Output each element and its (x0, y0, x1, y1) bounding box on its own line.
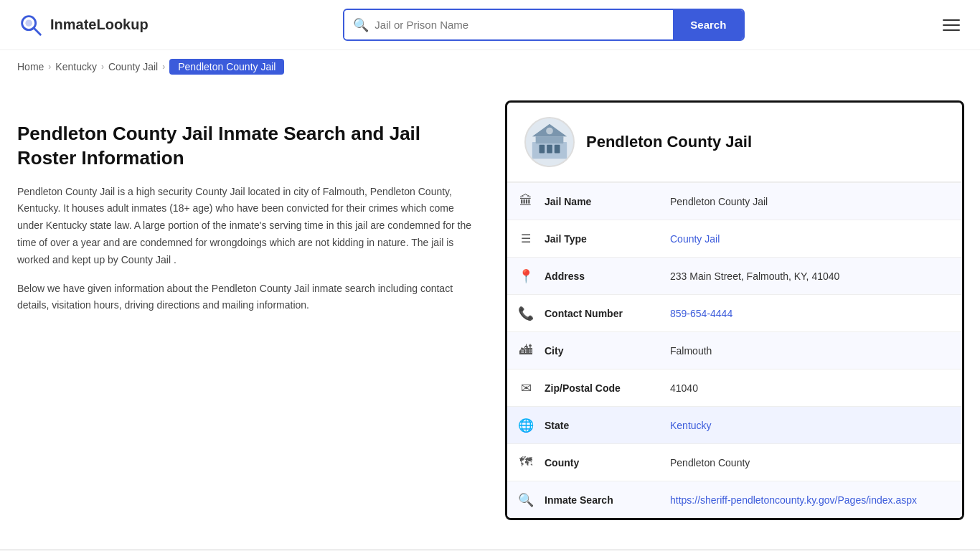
table-row: 📞 Contact Number 859-654-4444 (507, 294, 962, 331)
address-value: 233 Main Street, Falmouth, KY, 41040 (670, 263, 962, 289)
page-title: Pendleton County Jail Inmate Search and … (17, 122, 476, 171)
address-label: Address (545, 263, 670, 289)
search-bar: 🔍 Search (343, 9, 745, 41)
breadcrumb: Home › Kentucky › County Jail › Pendleto… (0, 50, 980, 83)
breadcrumb-county-jail[interactable]: County Jail (108, 61, 158, 72)
county-icon: 🗺 (507, 455, 545, 470)
hamburger-line-2 (943, 24, 960, 26)
logo-text: InmateLookup (50, 17, 149, 33)
facility-avatar (524, 117, 575, 167)
svg-rect-9 (555, 145, 560, 154)
search-input[interactable] (374, 11, 664, 38)
jail-type-value: County Jail (670, 226, 962, 252)
inmate-search-link[interactable]: https://sheriff-pendletoncounty.ky.gov/P… (670, 494, 917, 506)
logo-icon (17, 11, 44, 39)
jail-name-value: Pendleton County Jail (670, 189, 962, 215)
courthouse-icon (529, 121, 570, 163)
inmate-search-icon: 🔍 (507, 492, 545, 508)
description-1: Pendleton County Jail is a high security… (17, 184, 476, 269)
right-column: Pendleton County Jail 🏛 Jail Name Pendle… (505, 100, 964, 520)
site-header: InmateLookup 🔍 Search (0, 0, 980, 50)
main-content: Pendleton County Jail Inmate Search and … (0, 83, 980, 549)
table-row: ✉ Zip/Postal Code 41040 (507, 369, 962, 406)
svg-rect-8 (547, 145, 552, 154)
info-card: Pendleton County Jail 🏛 Jail Name Pendle… (505, 100, 964, 520)
table-row: ☰ Jail Type County Jail (507, 220, 962, 257)
breadcrumb-kentucky[interactable]: Kentucky (55, 61, 97, 72)
table-row: 🗺 County Pendleton County (507, 443, 962, 481)
state-value: Kentucky (670, 413, 962, 438)
city-label: City (545, 338, 670, 364)
card-header: Pendleton County Jail (507, 103, 962, 182)
zip-value: 41040 (670, 375, 962, 401)
svg-rect-4 (536, 136, 564, 143)
county-value: Pendleton County (670, 450, 962, 476)
contact-label: Contact Number (545, 301, 670, 326)
contact-icon: 📞 (507, 306, 545, 321)
state-link[interactable]: Kentucky (670, 420, 712, 431)
table-row: 🌐 State Kentucky (507, 406, 962, 443)
menu-button[interactable] (940, 17, 963, 34)
breadcrumb-current: Pendleton County Jail (169, 59, 284, 75)
description-2: Below we have given information about th… (17, 281, 476, 315)
zip-icon: ✉ (507, 380, 545, 396)
svg-line-1 (34, 27, 41, 34)
contact-value: 859-654-4444 (670, 301, 962, 326)
table-row: 📍 Address 233 Main Street, Falmouth, KY,… (507, 257, 962, 294)
table-row: 🏛 Jail Name Pendleton County Jail (507, 182, 962, 220)
state-icon: 🌐 (507, 418, 545, 433)
breadcrumb-home[interactable]: Home (17, 61, 44, 72)
info-table: 🏛 Jail Name Pendleton County Jail ☰ Jail… (507, 182, 962, 518)
jail-type-icon: ☰ (507, 232, 545, 245)
contact-link[interactable]: 859-654-4444 (670, 308, 732, 319)
inmate-search-label: Inmate Search (545, 487, 670, 513)
city-icon: 🏙 (507, 343, 545, 358)
hamburger-line-3 (943, 29, 960, 31)
address-icon: 📍 (507, 268, 545, 284)
jail-name-icon: 🏛 (507, 194, 545, 209)
logo[interactable]: InmateLookup (17, 11, 149, 39)
jail-type-link[interactable]: County Jail (670, 233, 720, 245)
city-value: Falmouth (670, 338, 962, 364)
county-label: County (545, 450, 670, 476)
breadcrumb-sep-1: › (48, 62, 51, 72)
svg-point-6 (546, 128, 553, 135)
svg-rect-7 (540, 145, 545, 154)
breadcrumb-sep-2: › (101, 62, 104, 72)
zip-label: Zip/Postal Code (545, 375, 670, 401)
search-icon: 🔍 (353, 17, 369, 33)
search-button[interactable]: Search (673, 10, 743, 39)
jail-name-label: Jail Name (545, 189, 670, 215)
hamburger-line-1 (943, 19, 960, 21)
inmate-search-value: https://sheriff-pendletoncounty.ky.gov/P… (670, 487, 962, 513)
state-label: State (545, 413, 670, 438)
svg-point-2 (25, 19, 32, 27)
left-column: Pendleton County Jail Inmate Search and … (17, 100, 476, 520)
card-facility-name: Pendleton County Jail (586, 133, 752, 151)
table-row: 🔍 Inmate Search https://sheriff-pendleto… (507, 481, 962, 518)
breadcrumb-sep-3: › (162, 62, 165, 72)
jail-type-label: Jail Type (545, 226, 670, 252)
table-row: 🏙 City Falmouth (507, 331, 962, 369)
